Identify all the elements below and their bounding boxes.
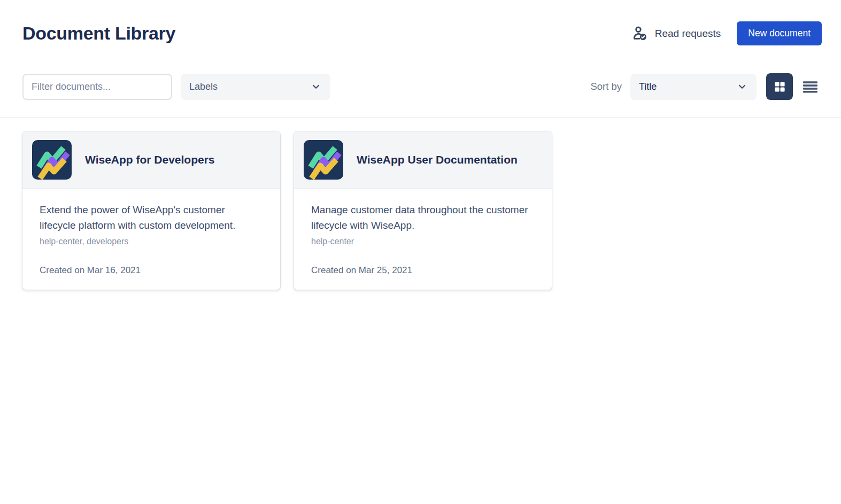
- document-created-date: Created on Mar 16, 2021: [40, 247, 263, 276]
- wiseapp-logo-icon: [304, 140, 343, 180]
- document-labels: help-center: [311, 237, 535, 246]
- card-header: WiseApp User Documentation: [294, 131, 552, 189]
- read-requests-label: Read requests: [655, 28, 721, 40]
- document-card[interactable]: WiseApp for Developers Extend the power …: [22, 131, 280, 290]
- card-body: Extend the power of WiseApp's customer l…: [22, 189, 280, 290]
- document-created-date: Created on Mar 25, 2021: [311, 247, 535, 276]
- grid-view-icon: [773, 80, 787, 94]
- page-header: Document Library Read requests New docum…: [22, 0, 822, 45]
- sort-dropdown[interactable]: Title: [630, 74, 757, 100]
- person-check-icon: [631, 25, 648, 42]
- labels-dropdown-value: Labels: [189, 81, 218, 92]
- card-body: Manage customer data throughout the cust…: [294, 189, 552, 290]
- grid-view-button[interactable]: [766, 73, 793, 100]
- read-requests-link[interactable]: Read requests: [631, 25, 721, 42]
- wiseapp-logo-icon: [32, 140, 72, 180]
- card-header: WiseApp for Developers: [22, 131, 280, 189]
- filter-documents-input[interactable]: [22, 74, 172, 100]
- header-actions: Read requests New document: [631, 21, 822, 45]
- document-description: Manage customer data throughout the cust…: [311, 202, 535, 233]
- document-card-grid: WiseApp for Developers Extend the power …: [0, 118, 841, 290]
- sort-by-label: Sort by: [590, 81, 622, 92]
- page-title: Document Library: [22, 23, 175, 44]
- document-card[interactable]: WiseApp User Documentation Manage custom…: [294, 131, 552, 290]
- list-view-icon: [803, 80, 818, 94]
- labels-dropdown[interactable]: Labels: [181, 74, 330, 100]
- new-document-button[interactable]: New document: [737, 21, 822, 45]
- chevron-down-icon: [310, 81, 322, 92]
- document-title: WiseApp for Developers: [85, 153, 215, 166]
- document-labels: help-center, developers: [40, 237, 263, 246]
- document-title: WiseApp User Documentation: [357, 153, 518, 166]
- document-description: Extend the power of WiseApp's customer l…: [40, 202, 263, 233]
- filter-toolbar: Labels Sort by Title: [22, 73, 822, 100]
- chevron-down-icon: [736, 81, 748, 92]
- list-view-button[interactable]: [798, 73, 822, 100]
- sort-dropdown-value: Title: [639, 81, 657, 92]
